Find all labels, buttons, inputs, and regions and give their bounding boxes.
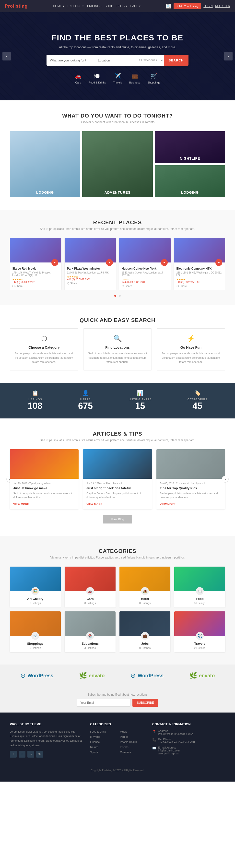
brands-section: ⊕ WordPress 🌿 envato ⊕ WordPress 🌿 envat… [0, 664, 235, 687]
hero-cat-travels[interactable]: ✈️ Travels [113, 73, 122, 84]
hero-cat-food-label: Food & Drinks [89, 81, 106, 84]
hero-cat-food[interactable]: 🍽️ Food & Drinks [89, 73, 106, 84]
newsletter-email-input[interactable] [77, 699, 131, 707]
brand-wordpress-2[interactable]: ⊕ WordPress [131, 672, 164, 679]
footer-contact-email: ✉️ E-mail Addressinfo@prolisting.comwww.… [152, 746, 225, 755]
place-card-2-fav-button[interactable]: ♥ [106, 259, 113, 266]
article-card-2-body: Jun 29, 2016 · In Shop · by admin Just s… [83, 479, 152, 509]
locations-icon: 🔍 [88, 335, 147, 343]
cat-card-travels[interactable]: ✈️ Travels 0 Listings [174, 611, 225, 652]
site-logo[interactable]: Prolisting [5, 4, 28, 9]
place-card-2[interactable]: ♥ Park Plaza Westminster 12 Hill St, May… [65, 238, 116, 290]
what-card-nightlife[interactable]: NIGHTLIFE [155, 131, 225, 163]
cat-card-cars[interactable]: 🚗 Cars 0 Listings [65, 566, 115, 608]
footer-cat-food-drink[interactable]: Food & Drink [90, 730, 106, 733]
nav-pricings[interactable]: PRICINGS [87, 4, 101, 8]
footer-grid: PROLISTING THEME Lorem ipsum dolor sit a… [10, 722, 225, 757]
nav-right: 🔍 + Add Your Listing LOGIN REGISTER [166, 3, 230, 9]
place-card-1-share-button[interactable]: ⬡ Share [12, 284, 59, 288]
article-card-3-title: Tips for Top Quality Pics [160, 486, 222, 490]
footer-cat-nature[interactable]: Nature [90, 746, 98, 748]
footer-cat-it-world[interactable]: IT World [90, 735, 100, 738]
view-blog-button[interactable]: View Blog [103, 515, 132, 524]
social-googleplus-link[interactable]: G+ [36, 751, 43, 757]
newsletter-subscribe-button[interactable]: SUBSCRIBE [132, 699, 158, 707]
place-card-2-share-button[interactable]: ⬡ Share [67, 282, 113, 285]
place-card-4-fav-button[interactable]: ♥ [215, 259, 222, 266]
footer-cat-cameras[interactable]: Cameras [120, 751, 131, 754]
category-select[interactable]: All Categories Cars Food & Drinks Travel… [135, 58, 164, 62]
footer-cat-music[interactable]: Music [120, 730, 127, 733]
place-card-2-title: Park Plaza Westminster [67, 267, 113, 270]
search-button[interactable]: SEARCH [164, 55, 189, 66]
nav-shop[interactable]: SHOP [105, 4, 113, 8]
cat-hotel-image: 🏨 [120, 566, 170, 591]
wordpress-logo-icon-2: ⊕ [131, 672, 136, 679]
footer-cat-people-health[interactable]: People Health [120, 740, 137, 743]
nav-page[interactable]: PAGE ▾ [131, 4, 141, 8]
place-card-3-title: Hudson Coffee New York [122, 267, 168, 270]
cat-card-food[interactable]: 🍽️ Food 3 Listings [174, 566, 225, 608]
hero-cat-cars[interactable]: 🚗 Cars [75, 73, 81, 84]
article-card-2-title: Just sit right back of a fateful [87, 486, 148, 490]
footer-cat-finance[interactable]: Finance [90, 740, 100, 743]
article-card-3-view-more[interactable]: VIEW MORE [160, 503, 175, 506]
footer-cat-sports[interactable]: Sports [90, 751, 98, 754]
cat-travels-icon: ✈️ [196, 632, 204, 640]
brand-wordpress-1[interactable]: ⊕ WordPress [20, 672, 54, 679]
cat-food-count: 3 Listings [174, 601, 225, 604]
cat-card-jobs[interactable]: 💼 Jobs 0 Listings [120, 611, 170, 652]
social-linkedin-link[interactable]: in [27, 751, 34, 757]
add-listing-button[interactable]: + Add Your Listing [174, 3, 201, 9]
newsletter-text: Subscribe and be notified about new loca… [10, 693, 225, 696]
hero-next-button[interactable]: › [224, 52, 233, 60]
articles-next-button[interactable]: › [222, 476, 229, 483]
place-card-4-share-button[interactable]: ⬡ Share [176, 284, 223, 288]
stat-categories: 🏷️ CATEGORIES 45 [188, 390, 207, 411]
dot-2[interactable] [119, 295, 121, 297]
place-card-1-fav-button[interactable]: ♥ [52, 259, 58, 266]
fun-icon: ⚡ [161, 335, 221, 343]
brand-envato-2[interactable]: 🌿 envato [189, 672, 215, 679]
dot-1[interactable] [114, 295, 116, 297]
place-card-4[interactable]: ♥ Electronic Company HTK 2361 1381 St NE… [174, 238, 226, 290]
nav-home[interactable]: HOME ▾ [53, 4, 64, 8]
cat-art-gallery-count: 0 Listings [10, 601, 61, 604]
search-icon-button[interactable]: 🔍 [166, 4, 171, 8]
nav-explore[interactable]: EXPLORE ▾ [68, 4, 84, 8]
hero-cat-shoppings[interactable]: 🛒 Shoppings [147, 73, 160, 84]
cat-card-shoppings[interactable]: 🛒 Shoppings 0 Listings [10, 611, 61, 652]
article-card-2-image [83, 449, 152, 479]
place-card-3-fav-button[interactable]: ♥ [161, 259, 168, 266]
search-input[interactable] [46, 59, 95, 62]
nav-blog[interactable]: BLOG ▾ [116, 4, 127, 8]
hero-cat-business[interactable]: 💼 Business [129, 73, 140, 84]
cat-card-hotel[interactable]: 🏨 Hotel 0 Listings [120, 566, 170, 608]
footer-cat-insects[interactable]: Insects [120, 746, 129, 748]
cat-card-educations[interactable]: 📚 Educations 3 Listings [65, 611, 115, 652]
cat-jobs-icon: 💼 [141, 632, 149, 640]
brand-envato-1[interactable]: 🌿 envato [79, 672, 104, 679]
footer-cat-parties[interactable]: Parties [120, 735, 128, 738]
register-link[interactable]: REGISTER [215, 4, 230, 8]
article-card-2-view-more[interactable]: VIEW MORE [87, 503, 102, 506]
location-input[interactable] [95, 59, 135, 62]
hero-prev-button[interactable]: ‹ [2, 52, 11, 60]
cat-card-art-gallery[interactable]: 🖼️ Art Gallery 0 Listings [10, 566, 61, 608]
social-facebook-link[interactable]: f [10, 751, 16, 757]
what-card-lodging2[interactable]: LODGING [155, 165, 225, 197]
article-card-1-view-more[interactable]: VIEW MORE [13, 503, 29, 506]
hero-categories: 🚗 Cars 🍽️ Food & Drinks ✈️ Travels 💼 Bus… [75, 73, 160, 84]
travels-icon: ✈️ [113, 73, 122, 79]
place-card-3[interactable]: ♥ Hudson Coffee New York 15 E Justify Qu… [119, 238, 171, 290]
what-card-adventures[interactable]: ADVENTURES [82, 131, 153, 197]
place-card-3-share-button[interactable]: ⬡ Share [122, 284, 168, 288]
social-twitter-link[interactable]: t [19, 751, 26, 757]
what-card-lodging[interactable]: LODGING [10, 131, 80, 197]
login-link[interactable]: LOGIN [203, 4, 212, 8]
email-icon: ✉️ [152, 746, 156, 750]
place-card-1[interactable]: ♥ Skype Red Movie 1784 146 West Trafford… [10, 238, 61, 290]
wordpress-2-label: WordPress [138, 673, 164, 679]
place-card-1-phone: +44 (0) 20 6982 2981 [12, 281, 59, 283]
listings-icon: 📋 [28, 390, 42, 396]
